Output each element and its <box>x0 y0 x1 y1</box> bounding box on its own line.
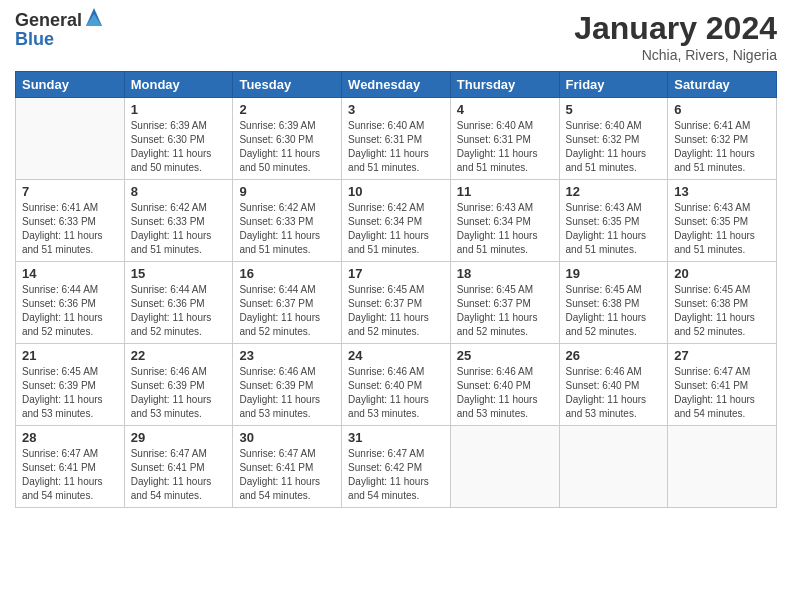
calendar-cell: 30Sunrise: 6:47 AMSunset: 6:41 PMDayligh… <box>233 426 342 508</box>
day-number: 17 <box>348 266 444 281</box>
day-info: Sunrise: 6:44 AMSunset: 6:37 PMDaylight:… <box>239 283 335 339</box>
calendar-cell: 2Sunrise: 6:39 AMSunset: 6:30 PMDaylight… <box>233 98 342 180</box>
day-info: Sunrise: 6:45 AMSunset: 6:37 PMDaylight:… <box>457 283 553 339</box>
day-info: Sunrise: 6:42 AMSunset: 6:33 PMDaylight:… <box>131 201 227 257</box>
day-number: 5 <box>566 102 662 117</box>
calendar-week-3: 21Sunrise: 6:45 AMSunset: 6:39 PMDayligh… <box>16 344 777 426</box>
day-info: Sunrise: 6:47 AMSunset: 6:41 PMDaylight:… <box>22 447 118 503</box>
day-info: Sunrise: 6:47 AMSunset: 6:41 PMDaylight:… <box>674 365 770 421</box>
calendar-cell: 15Sunrise: 6:44 AMSunset: 6:36 PMDayligh… <box>124 262 233 344</box>
day-number: 4 <box>457 102 553 117</box>
day-info: Sunrise: 6:40 AMSunset: 6:31 PMDaylight:… <box>348 119 444 175</box>
calendar-cell: 25Sunrise: 6:46 AMSunset: 6:40 PMDayligh… <box>450 344 559 426</box>
day-info: Sunrise: 6:43 AMSunset: 6:35 PMDaylight:… <box>566 201 662 257</box>
calendar-cell: 6Sunrise: 6:41 AMSunset: 6:32 PMDaylight… <box>668 98 777 180</box>
day-number: 20 <box>674 266 770 281</box>
day-info: Sunrise: 6:39 AMSunset: 6:30 PMDaylight:… <box>131 119 227 175</box>
day-number: 25 <box>457 348 553 363</box>
day-info: Sunrise: 6:47 AMSunset: 6:41 PMDaylight:… <box>131 447 227 503</box>
calendar-cell: 13Sunrise: 6:43 AMSunset: 6:35 PMDayligh… <box>668 180 777 262</box>
month-title: January 2024 <box>574 10 777 47</box>
calendar-week-2: 14Sunrise: 6:44 AMSunset: 6:36 PMDayligh… <box>16 262 777 344</box>
day-info: Sunrise: 6:41 AMSunset: 6:32 PMDaylight:… <box>674 119 770 175</box>
calendar-cell: 5Sunrise: 6:40 AMSunset: 6:32 PMDaylight… <box>559 98 668 180</box>
calendar-header-sunday: Sunday <box>16 72 125 98</box>
day-info: Sunrise: 6:45 AMSunset: 6:38 PMDaylight:… <box>566 283 662 339</box>
day-number: 18 <box>457 266 553 281</box>
day-info: Sunrise: 6:44 AMSunset: 6:36 PMDaylight:… <box>131 283 227 339</box>
day-info: Sunrise: 6:46 AMSunset: 6:39 PMDaylight:… <box>239 365 335 421</box>
day-info: Sunrise: 6:42 AMSunset: 6:34 PMDaylight:… <box>348 201 444 257</box>
calendar-cell: 11Sunrise: 6:43 AMSunset: 6:34 PMDayligh… <box>450 180 559 262</box>
day-info: Sunrise: 6:46 AMSunset: 6:40 PMDaylight:… <box>457 365 553 421</box>
day-info: Sunrise: 6:40 AMSunset: 6:31 PMDaylight:… <box>457 119 553 175</box>
calendar-week-1: 7Sunrise: 6:41 AMSunset: 6:33 PMDaylight… <box>16 180 777 262</box>
calendar-header-friday: Friday <box>559 72 668 98</box>
calendar-header-monday: Monday <box>124 72 233 98</box>
calendar-header-wednesday: Wednesday <box>342 72 451 98</box>
calendar-cell: 26Sunrise: 6:46 AMSunset: 6:40 PMDayligh… <box>559 344 668 426</box>
day-number: 3 <box>348 102 444 117</box>
logo-general: General <box>15 11 82 29</box>
calendar-cell: 18Sunrise: 6:45 AMSunset: 6:37 PMDayligh… <box>450 262 559 344</box>
calendar-cell: 29Sunrise: 6:47 AMSunset: 6:41 PMDayligh… <box>124 426 233 508</box>
day-info: Sunrise: 6:43 AMSunset: 6:34 PMDaylight:… <box>457 201 553 257</box>
day-info: Sunrise: 6:39 AMSunset: 6:30 PMDaylight:… <box>239 119 335 175</box>
calendar-cell: 3Sunrise: 6:40 AMSunset: 6:31 PMDaylight… <box>342 98 451 180</box>
day-number: 27 <box>674 348 770 363</box>
day-number: 24 <box>348 348 444 363</box>
calendar-cell: 22Sunrise: 6:46 AMSunset: 6:39 PMDayligh… <box>124 344 233 426</box>
day-info: Sunrise: 6:44 AMSunset: 6:36 PMDaylight:… <box>22 283 118 339</box>
day-info: Sunrise: 6:43 AMSunset: 6:35 PMDaylight:… <box>674 201 770 257</box>
day-info: Sunrise: 6:47 AMSunset: 6:42 PMDaylight:… <box>348 447 444 503</box>
calendar-cell <box>16 98 125 180</box>
calendar-cell: 12Sunrise: 6:43 AMSunset: 6:35 PMDayligh… <box>559 180 668 262</box>
svg-marker-1 <box>86 14 102 26</box>
calendar-cell: 21Sunrise: 6:45 AMSunset: 6:39 PMDayligh… <box>16 344 125 426</box>
day-number: 22 <box>131 348 227 363</box>
day-info: Sunrise: 6:47 AMSunset: 6:41 PMDaylight:… <box>239 447 335 503</box>
day-number: 8 <box>131 184 227 199</box>
calendar-cell <box>668 426 777 508</box>
calendar-header-tuesday: Tuesday <box>233 72 342 98</box>
day-info: Sunrise: 6:45 AMSunset: 6:38 PMDaylight:… <box>674 283 770 339</box>
calendar-cell: 9Sunrise: 6:42 AMSunset: 6:33 PMDaylight… <box>233 180 342 262</box>
calendar-cell: 8Sunrise: 6:42 AMSunset: 6:33 PMDaylight… <box>124 180 233 262</box>
calendar-cell: 7Sunrise: 6:41 AMSunset: 6:33 PMDaylight… <box>16 180 125 262</box>
calendar-table: SundayMondayTuesdayWednesdayThursdayFrid… <box>15 71 777 508</box>
day-number: 9 <box>239 184 335 199</box>
day-number: 23 <box>239 348 335 363</box>
calendar-cell: 16Sunrise: 6:44 AMSunset: 6:37 PMDayligh… <box>233 262 342 344</box>
calendar-week-4: 28Sunrise: 6:47 AMSunset: 6:41 PMDayligh… <box>16 426 777 508</box>
day-number: 21 <box>22 348 118 363</box>
calendar-cell: 14Sunrise: 6:44 AMSunset: 6:36 PMDayligh… <box>16 262 125 344</box>
day-number: 14 <box>22 266 118 281</box>
calendar-header-saturday: Saturday <box>668 72 777 98</box>
calendar-week-0: 1Sunrise: 6:39 AMSunset: 6:30 PMDaylight… <box>16 98 777 180</box>
day-info: Sunrise: 6:42 AMSunset: 6:33 PMDaylight:… <box>239 201 335 257</box>
day-info: Sunrise: 6:46 AMSunset: 6:39 PMDaylight:… <box>131 365 227 421</box>
calendar-header-row: SundayMondayTuesdayWednesdayThursdayFrid… <box>16 72 777 98</box>
calendar-cell <box>450 426 559 508</box>
day-number: 11 <box>457 184 553 199</box>
logo: General Blue <box>15 10 104 48</box>
day-info: Sunrise: 6:41 AMSunset: 6:33 PMDaylight:… <box>22 201 118 257</box>
day-number: 1 <box>131 102 227 117</box>
location: Nchia, Rivers, Nigeria <box>574 47 777 63</box>
logo-icon <box>84 6 104 30</box>
day-info: Sunrise: 6:45 AMSunset: 6:37 PMDaylight:… <box>348 283 444 339</box>
calendar-cell: 24Sunrise: 6:46 AMSunset: 6:40 PMDayligh… <box>342 344 451 426</box>
calendar-cell: 28Sunrise: 6:47 AMSunset: 6:41 PMDayligh… <box>16 426 125 508</box>
calendar-cell: 10Sunrise: 6:42 AMSunset: 6:34 PMDayligh… <box>342 180 451 262</box>
day-number: 6 <box>674 102 770 117</box>
calendar-cell <box>559 426 668 508</box>
calendar-cell: 17Sunrise: 6:45 AMSunset: 6:37 PMDayligh… <box>342 262 451 344</box>
day-number: 16 <box>239 266 335 281</box>
day-info: Sunrise: 6:46 AMSunset: 6:40 PMDaylight:… <box>348 365 444 421</box>
day-number: 31 <box>348 430 444 445</box>
calendar-cell: 1Sunrise: 6:39 AMSunset: 6:30 PMDaylight… <box>124 98 233 180</box>
title-section: January 2024 Nchia, Rivers, Nigeria <box>574 10 777 63</box>
calendar-cell: 27Sunrise: 6:47 AMSunset: 6:41 PMDayligh… <box>668 344 777 426</box>
calendar-cell: 23Sunrise: 6:46 AMSunset: 6:39 PMDayligh… <box>233 344 342 426</box>
day-number: 30 <box>239 430 335 445</box>
